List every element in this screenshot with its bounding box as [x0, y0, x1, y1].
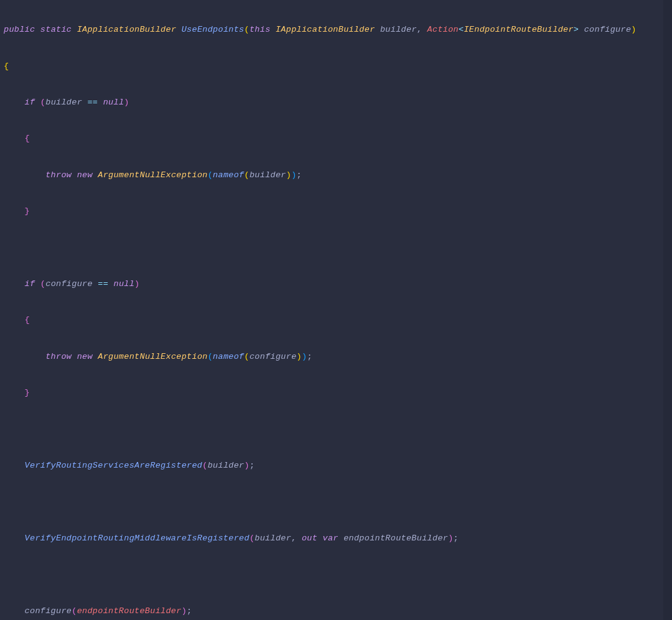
code-line: }	[4, 384, 668, 402]
code-line: {	[4, 57, 668, 75]
code-line: VerifyRoutingServicesAreRegistered(build…	[4, 456, 668, 474]
code-line: configure(endpointRouteBuilder);	[4, 602, 668, 620]
code-line: public static IApplicationBuilder UseEnd…	[4, 21, 668, 39]
vertical-scrollbar[interactable]	[663, 0, 672, 620]
code-editor[interactable]: public static IApplicationBuilder UseEnd…	[0, 0, 672, 620]
code-line	[4, 420, 668, 438]
code-line	[4, 239, 668, 257]
code-line: if (configure == null)	[4, 275, 668, 293]
code-line	[4, 493, 668, 511]
code-line: }	[4, 202, 668, 220]
code-line: {	[4, 129, 668, 147]
code-line	[4, 565, 668, 583]
code-line: VerifyEndpointRoutingMiddlewareIsRegiste…	[4, 529, 668, 547]
code-line: throw new ArgumentNullException(nameof(b…	[4, 166, 668, 184]
code-line: throw new ArgumentNullException(nameof(c…	[4, 348, 668, 366]
code-line: if (builder == null)	[4, 93, 668, 111]
code-line: {	[4, 311, 668, 329]
